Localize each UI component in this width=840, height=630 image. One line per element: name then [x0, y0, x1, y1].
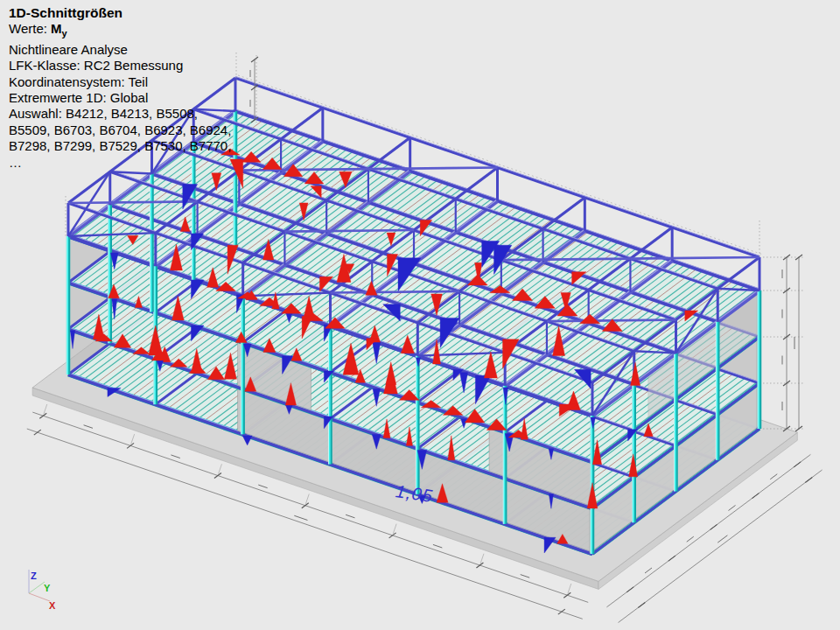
- legend-line-ellipsis: …: [9, 155, 231, 171]
- legend-line-selection-1: Auswahl: B4212, B4213, B5508,: [9, 106, 231, 122]
- axis-y-line: [29, 582, 45, 593]
- axis-triad-icon: Z Y X: [16, 560, 68, 612]
- viewport[interactable]: 1D-Schnittgrößen Werte: My Nichtlineare …: [0, 0, 840, 630]
- axis-x-label: X: [49, 600, 56, 611]
- legend-line-lfk: LFK-Klasse: RC2 Bemessung: [9, 58, 231, 74]
- legend-values-line: Werte: My: [9, 21, 231, 41]
- legend-line-coordsys: Koordinatensystem: Teil: [9, 74, 231, 90]
- legend-line-selection-3: B7298, B7299, B7529, B7530, B7770,: [9, 138, 231, 154]
- axis-z-label: Z: [31, 570, 37, 581]
- werte-label: Werte:: [9, 21, 47, 36]
- werte-value: M: [51, 21, 62, 36]
- legend-line-analysis: Nichtlineare Analyse: [9, 42, 231, 58]
- axis-x-line: [29, 593, 50, 601]
- legend-info-block: 1D-Schnittgrößen Werte: My Nichtlineare …: [9, 5, 231, 171]
- werte-value-sub: y: [62, 28, 67, 38]
- axis-y-label: Y: [44, 583, 51, 593]
- legend-line-extremes: Extremwerte 1D: Global: [9, 90, 231, 106]
- legend-title: 1D-Schnittgrößen: [9, 5, 231, 21]
- legend-line-selection-2: B5509, B6703, B6704, B6923, B6924,: [9, 122, 231, 138]
